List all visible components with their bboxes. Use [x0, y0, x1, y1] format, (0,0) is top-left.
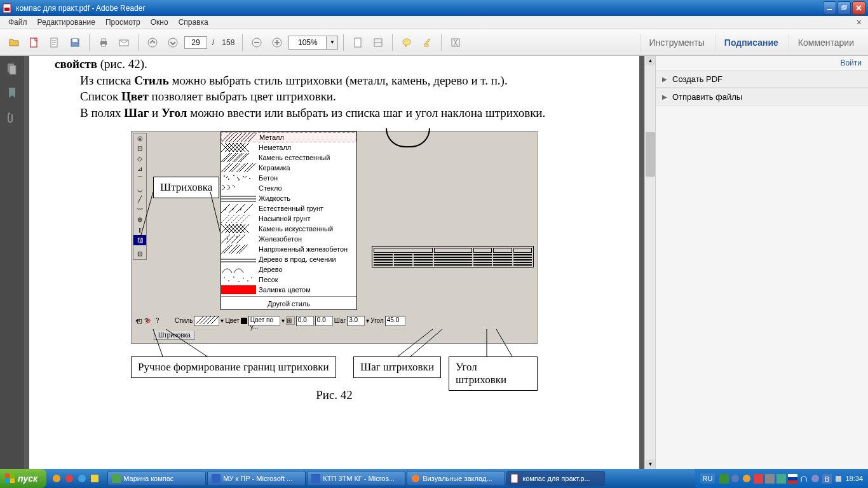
scroll-thumb[interactable] — [646, 132, 655, 177]
zoom-in-button[interactable] — [268, 34, 286, 51]
tab-sign[interactable]: Подписание — [715, 34, 787, 51]
bookmarks-icon[interactable] — [6, 86, 18, 99]
maximize-button[interactable] — [837, 1, 851, 15]
dropdown-item[interactable]: Напряженный железобетон — [221, 244, 356, 254]
start-button[interactable]: пуск — [0, 469, 46, 488]
menu-help[interactable]: Справка — [173, 16, 214, 29]
dropdown-item[interactable]: Стекло — [221, 183, 356, 193]
page-up-button[interactable] — [144, 34, 161, 51]
dropdown-item[interactable]: Неметалл — [221, 142, 356, 152]
create-pdf-button[interactable] — [25, 34, 43, 51]
dropdown-item[interactable]: Песок — [221, 274, 356, 285]
dropdown-item[interactable]: Жидкость — [221, 193, 356, 203]
dropdown-item[interactable]: Камень естественный — [221, 152, 356, 163]
dropdown-item[interactable]: Железобетон — [221, 234, 356, 244]
tool-icon[interactable]: ◇ — [133, 154, 146, 164]
export-button[interactable] — [46, 34, 64, 51]
dropdown-item[interactable]: Керамика — [221, 163, 356, 173]
fit-width-button[interactable] — [369, 34, 387, 51]
color-arrow-icon[interactable]: ▾ — [281, 317, 285, 324]
task-item[interactable]: Марина компас — [107, 471, 206, 486]
tool-icon[interactable]: ⊿ — [133, 164, 146, 174]
tool-icon[interactable]: ◡ — [133, 184, 146, 194]
tray-icon[interactable] — [731, 474, 740, 484]
tray-icon[interactable] — [719, 474, 729, 484]
style-dropdown[interactable]: Металл Неметалл Камень естественный Кера… — [220, 132, 357, 310]
tool-icon[interactable]: ⫿ — [133, 225, 146, 235]
dropdown-item[interactable]: Камень искусственный — [221, 224, 356, 234]
zoom-select[interactable] — [288, 36, 327, 50]
close-button[interactable] — [852, 1, 865, 15]
tray-icon[interactable] — [776, 474, 786, 484]
save-button[interactable] — [66, 34, 84, 51]
tool-icon[interactable]: 〰 — [133, 205, 146, 215]
tab-comments[interactable]: Комментарии — [789, 34, 863, 51]
login-link[interactable]: Войти — [840, 58, 862, 67]
page-down-button[interactable] — [164, 34, 182, 51]
help-icons[interactable]: ⊡ ? — [137, 317, 148, 325]
tool-icon[interactable]: ◎ — [133, 133, 146, 144]
coord-x-field[interactable]: 0.0 — [296, 316, 314, 326]
tray-icon[interactable] — [834, 474, 843, 484]
attachments-icon[interactable] — [6, 111, 18, 123]
tray-icon[interactable] — [754, 474, 763, 484]
ql-icon[interactable] — [51, 473, 62, 484]
compas-tab[interactable]: Штриховка — [154, 331, 195, 340]
task-item[interactable]: МУ к ПР - Microsoft ... — [207, 471, 306, 486]
highlight-button[interactable] — [418, 34, 436, 51]
dropdown-item[interactable]: Насыпной грунт — [221, 214, 356, 224]
tool-icon[interactable]: ╱ — [133, 194, 146, 205]
tray-icon[interactable]: B — [822, 474, 832, 484]
panel-create-pdf[interactable]: ▶Создать PDF — [656, 70, 868, 88]
open-button[interactable] — [5, 34, 23, 51]
scroll-up-icon[interactable]: ▲ — [646, 56, 655, 65]
ql-icon[interactable] — [77, 473, 87, 484]
task-item[interactable]: КТП 3ТМ КГ - Micros... — [307, 471, 405, 486]
dropdown-item[interactable]: Дерево — [221, 264, 356, 274]
dropdown-item[interactable]: Бетон — [221, 173, 356, 183]
task-item[interactable]: Визуальные заклад... — [407, 471, 505, 486]
scroll-down-icon[interactable]: ▼ — [646, 459, 655, 469]
panel-send-files[interactable]: ▶Отправить файлы — [656, 88, 868, 105]
page-input[interactable] — [184, 36, 207, 49]
tab-tools[interactable]: Инструменты — [640, 34, 714, 51]
menu-close-icon[interactable]: × — [853, 17, 865, 27]
minimize-button[interactable] — [823, 1, 836, 15]
step-arrow-icon[interactable]: ▾ — [366, 317, 369, 324]
task-item-active[interactable]: компас для практ.p... — [506, 471, 605, 486]
tool-icon[interactable]: ⊟ — [133, 249, 146, 259]
style-arrow-icon[interactable]: ▾ — [220, 317, 224, 324]
vertical-scrollbar[interactable]: ▲ ▼ — [644, 56, 655, 469]
color-field[interactable]: Цвет по у... — [248, 316, 280, 326]
zoom-dropdown-icon[interactable]: ▼ — [327, 36, 338, 50]
tray-icon[interactable] — [799, 474, 809, 484]
clock[interactable]: 18:34 — [845, 475, 863, 482]
style-field[interactable] — [194, 316, 219, 326]
content-area[interactable]: свойств (рис. 42). Из списка Стиль можно… — [24, 56, 644, 469]
hatch-tool-icon[interactable]: ▨ — [133, 235, 146, 245]
dropdown-item[interactable]: Естественный грунт — [221, 203, 356, 214]
zoom-out-button[interactable] — [248, 34, 266, 51]
dropdown-other[interactable]: Другой стиль — [221, 298, 356, 309]
menu-view[interactable]: Просмотр — [100, 16, 146, 29]
tray-icon[interactable] — [811, 474, 820, 484]
tray-icon[interactable] — [742, 474, 752, 484]
angle-field[interactable]: 45.0 — [385, 316, 405, 326]
language-indicator[interactable]: RU — [700, 473, 715, 484]
read-mode-button[interactable] — [447, 34, 465, 51]
tool-icon[interactable]: ⊕ — [133, 215, 146, 225]
dropdown-item-metal[interactable]: Металл — [221, 132, 356, 142]
coord-y-field[interactable]: 0.0 — [315, 316, 333, 326]
tool-icon[interactable]: ⌒ — [133, 174, 146, 184]
tray-icon[interactable] — [765, 474, 775, 484]
menu-window[interactable]: Окно — [146, 16, 173, 29]
thumbnails-icon[interactable] — [6, 62, 18, 75]
ql-icon[interactable] — [90, 473, 100, 484]
menu-file[interactable]: Файл — [3, 16, 32, 29]
dropdown-item[interactable]: Дерево в прод. сечении — [221, 254, 356, 264]
dropdown-item[interactable]: Заливка цветом — [221, 285, 356, 295]
fit-page-button[interactable] — [349, 34, 367, 51]
tray-icon[interactable] — [788, 474, 797, 484]
email-button[interactable] — [115, 34, 133, 51]
menu-edit[interactable]: Редактирование — [32, 16, 100, 29]
